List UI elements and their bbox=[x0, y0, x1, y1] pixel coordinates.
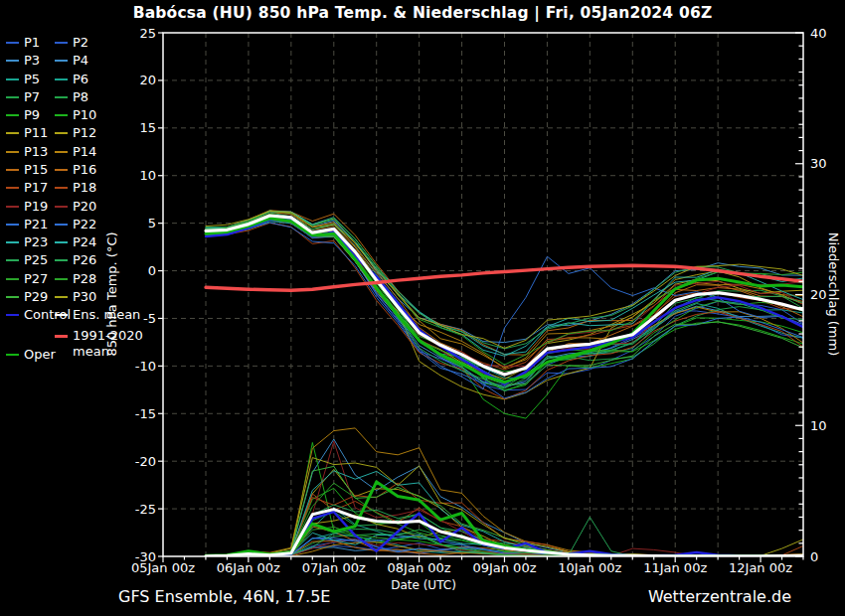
footer-model-info: GFS Ensemble, 46N, 17.5E bbox=[118, 587, 330, 606]
axis-ticks bbox=[158, 33, 803, 562]
plot-svg: 2520151050-5-10-15-20-25-3040302010005Ja… bbox=[0, 0, 845, 616]
precip-tick-label: 0 bbox=[810, 549, 818, 564]
precip-tick-label: 10 bbox=[810, 418, 827, 433]
temp-tick-label: -10 bbox=[135, 359, 156, 374]
x-tick-label: 07Jan 00z bbox=[302, 560, 366, 575]
temp-tick-label: -15 bbox=[135, 406, 156, 421]
x-axis-label: Date (UTC) bbox=[391, 578, 456, 592]
footer-watermark: Wetterzentrale.de bbox=[648, 587, 791, 606]
temp-tick-label: -20 bbox=[135, 454, 156, 469]
x-tick-label: 12Jan 00z bbox=[729, 560, 792, 575]
precip-tick-label: 30 bbox=[810, 156, 827, 171]
x-tick-label: 06Jan 00z bbox=[217, 560, 280, 575]
x-tick-label: 10Jan 00z bbox=[558, 560, 621, 575]
y-axis-label-temp: 850 hPa Temp. (°C) bbox=[104, 231, 119, 356]
temp-tick-label: 0 bbox=[148, 263, 156, 278]
precip-tick-label: 40 bbox=[810, 26, 827, 41]
x-tick-label: 08Jan 00z bbox=[388, 560, 451, 575]
x-tick-label: 09Jan 00z bbox=[472, 560, 536, 575]
temp-tick-label: -25 bbox=[135, 502, 156, 517]
y-axis-label-precip: Niederschlag (mm) bbox=[826, 232, 841, 357]
precip-tick-label: 20 bbox=[810, 287, 827, 302]
data-lines bbox=[206, 211, 803, 556]
temp-tick-label: 10 bbox=[139, 168, 156, 183]
temp-tick-label: 25 bbox=[139, 26, 156, 41]
temp-tick-label: -5 bbox=[143, 311, 156, 326]
x-tick-label: 11Jan 00z bbox=[643, 560, 707, 575]
temp-tick-label: 15 bbox=[139, 120, 156, 135]
temp-tick-label: 20 bbox=[139, 73, 156, 87]
temp-tick-label: 5 bbox=[148, 216, 156, 231]
meteogram-page: Babócsa (HU) 850 hPa Temp. & Niederschla… bbox=[0, 0, 845, 616]
x-tick-label: 05Jan 00z bbox=[131, 560, 195, 575]
